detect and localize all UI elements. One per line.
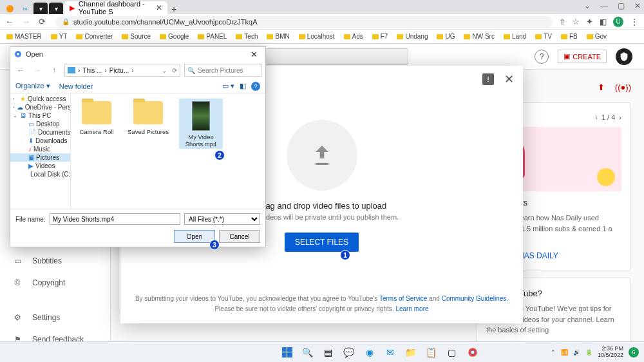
bookmark-fb[interactable]: FB: [561, 33, 578, 40]
tab-pin-2[interactable]: ∞: [18, 3, 32, 14]
live-icon[interactable]: ((●)): [615, 82, 631, 92]
window-dropdown-icon[interactable]: ⌄: [582, 1, 592, 10]
dialog-help-icon[interactable]: ?: [251, 82, 260, 91]
task-view-icon[interactable]: ▤: [321, 345, 336, 359]
dialog-path[interactable]: ›This ... ›Pictu... › ⌄ ⟳: [64, 64, 180, 77]
file-filter-select[interactable]: All Files (*.*): [184, 213, 260, 225]
bookmark-converter[interactable]: Converter: [76, 33, 113, 40]
chrome-taskbar-icon[interactable]: [466, 345, 480, 359]
chat-icon[interactable]: 💬: [342, 345, 356, 359]
organize-menu[interactable]: Organize ▾: [15, 82, 50, 90]
maximize-icon[interactable]: ▢: [616, 1, 626, 10]
bookmark-master[interactable]: MASTER: [6, 33, 42, 40]
notification-count[interactable]: 6: [629, 347, 639, 357]
explorer-icon[interactable]: 📁: [404, 345, 418, 359]
tree-this-pc[interactable]: ⌄🖥This PC: [10, 111, 70, 120]
close-window-icon[interactable]: ✕: [632, 1, 643, 10]
help-icon[interactable]: ?: [535, 50, 549, 64]
bookmark-tv[interactable]: TV: [535, 33, 552, 40]
bookmark-ug[interactable]: UG: [437, 33, 455, 40]
close-tab-icon[interactable]: ✕: [156, 3, 162, 12]
path-dropdown-icon[interactable]: ⌄: [162, 67, 167, 74]
mail-icon[interactable]: ✉: [383, 345, 397, 359]
open-button[interactable]: Open: [174, 230, 215, 243]
active-tab[interactable]: ▶ Channel dashboard - YouTube S ✕: [64, 1, 167, 14]
sidebar-settings[interactable]: ⚙Settings: [0, 307, 110, 329]
bookmark-localhost[interactable]: Localhost: [299, 33, 335, 40]
sidebar-subtitles[interactable]: ▭Subtitles: [0, 250, 110, 272]
reload-icon[interactable]: ⟳: [39, 17, 49, 26]
menu-icon[interactable]: ⋮: [630, 17, 639, 27]
panel-icon[interactable]: ◧: [600, 17, 607, 26]
file-my-video-shorts[interactable]: My Video Shorts.mp4: [179, 99, 223, 149]
edge-icon[interactable]: ◉: [363, 345, 377, 359]
close-modal-icon[interactable]: ✕: [504, 72, 514, 86]
battery-icon[interactable]: 🔋: [585, 349, 592, 356]
tab-pin-4[interactable]: ▾: [49, 3, 63, 14]
wifi-icon[interactable]: 📶: [561, 349, 568, 356]
url-input[interactable]: 🔒 studio.youtube.com/channel/UCMw_aUvooh…: [55, 16, 553, 28]
new-tab-button[interactable]: +: [167, 4, 180, 14]
filename-input[interactable]: [50, 213, 180, 225]
create-button[interactable]: ▣ CREATE: [558, 50, 607, 63]
dialog-search[interactable]: 🔍 Search Pictures: [184, 64, 261, 77]
pager-next-icon[interactable]: ›: [619, 112, 621, 123]
dialog-back-icon[interactable]: ←: [14, 66, 27, 75]
tree-quick-access[interactable]: ›★Quick access: [10, 95, 70, 103]
tab-pin-1[interactable]: 🟠: [3, 3, 17, 14]
bookmark-undang[interactable]: Undang: [397, 33, 428, 40]
dialog-forward-icon[interactable]: →: [31, 66, 44, 75]
new-folder-button[interactable]: New folder: [59, 82, 93, 90]
forward-icon[interactable]: →: [22, 17, 32, 26]
extensions-icon[interactable]: ✦: [586, 17, 593, 26]
bookmark-tech[interactable]: Tech: [236, 33, 258, 40]
tree-videos[interactable]: ▶Videos: [10, 162, 70, 170]
upload-dropzone[interactable]: [287, 120, 357, 191]
store-icon[interactable]: ▢: [445, 345, 459, 359]
minimize-icon[interactable]: ―: [599, 1, 609, 10]
path-refresh-icon[interactable]: ⟳: [172, 67, 177, 74]
bookmark-nw src[interactable]: NW Src: [464, 33, 494, 40]
tree-desktop[interactable]: ▭Desktop: [10, 120, 70, 128]
bookmark-yt[interactable]: YT: [51, 33, 68, 40]
tree-pictures[interactable]: ▣Pictures: [10, 153, 70, 162]
dialog-close-icon[interactable]: ✕: [247, 50, 261, 59]
profile-avatar[interactable]: U: [613, 17, 623, 27]
share-icon[interactable]: ⇧: [559, 17, 565, 26]
bookmark-bmn[interactable]: BMN: [267, 33, 289, 40]
bookmark-google[interactable]: Google: [160, 33, 189, 40]
back-icon[interactable]: ←: [5, 17, 15, 26]
dialog-up-icon[interactable]: ↑: [48, 66, 61, 75]
tree-documents[interactable]: 📄Documents: [10, 128, 70, 137]
tray-chevron-icon[interactable]: ⌃: [551, 349, 556, 356]
notepad-icon[interactable]: 📋: [424, 345, 439, 359]
start-button[interactable]: [280, 345, 294, 359]
tos-link[interactable]: Terms of Service: [379, 295, 427, 302]
clock[interactable]: 2:36 PM 10/5/2022: [598, 346, 623, 359]
bookmark-land[interactable]: Land: [504, 33, 526, 40]
bookmark-ads[interactable]: Ads: [344, 33, 363, 40]
feedback-chip-icon[interactable]: !: [482, 73, 494, 85]
file-saved-pictures[interactable]: Saved Pictures: [128, 99, 169, 135]
cancel-button[interactable]: Cancel: [219, 230, 260, 243]
tree-downloads[interactable]: ⬇Downloads: [10, 137, 70, 145]
preview-pane-icon[interactable]: ◧: [240, 82, 246, 90]
bookmark-panel[interactable]: PANEL: [198, 33, 227, 40]
tree-music[interactable]: ♪Music: [10, 145, 70, 153]
volume-icon[interactable]: 🔊: [573, 349, 580, 356]
guidelines-link[interactable]: Community Guidelines: [442, 295, 507, 302]
learn-more-link[interactable]: Learn more: [395, 305, 428, 312]
tree-localdisk[interactable]: Local Disk (C:): [10, 170, 70, 178]
taskbar-search-icon[interactable]: 🔍: [301, 345, 315, 359]
file-camera-roll[interactable]: Camera Roll: [76, 99, 117, 135]
bookmark-source[interactable]: Source: [122, 33, 151, 40]
tree-onedrive[interactable]: ›☁OneDrive - Person: [10, 103, 70, 111]
bookmark-gov[interactable]: Gov: [587, 33, 607, 40]
pager-prev-icon[interactable]: ‹: [595, 112, 598, 123]
upload-icon[interactable]: ⬆: [598, 82, 605, 92]
channel-avatar[interactable]: [616, 48, 632, 65]
select-files-button[interactable]: SELECT FILES: [285, 233, 359, 252]
sidebar-copyright[interactable]: ©Copyright: [0, 272, 110, 294]
tab-pin-3[interactable]: ▾: [33, 3, 48, 14]
view-mode-icon[interactable]: ▭ ▾: [222, 82, 234, 90]
